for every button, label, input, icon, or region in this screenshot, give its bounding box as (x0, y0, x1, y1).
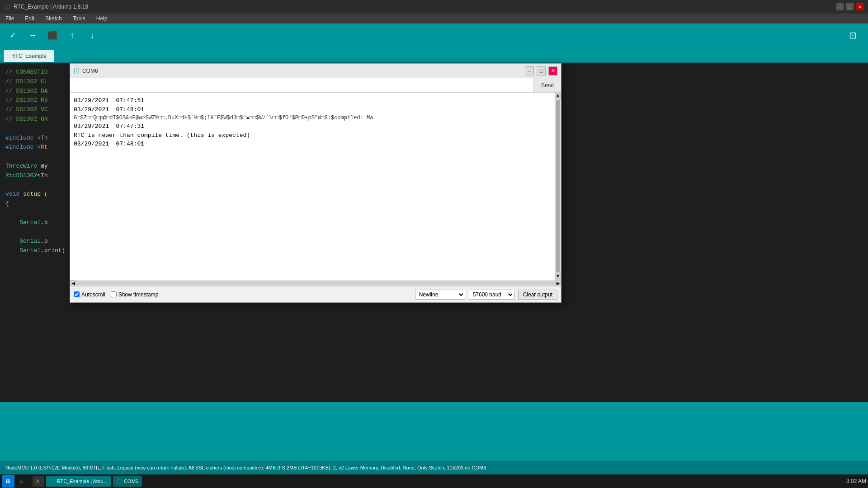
serial-monitor-button[interactable]: ⊡ (844, 27, 861, 43)
scroll-right-arrow[interactable]: ▶ (555, 280, 561, 286)
serial-bottom-controls: Autoscroll Show timestamp Newline No lin… (70, 286, 561, 302)
menu-tools[interactable]: Tools (71, 14, 87, 23)
serial-line: 03/29/2021 07:48:01 (74, 105, 557, 114)
taskbar-search[interactable]: ⌕ (16, 476, 31, 487)
clock-time: 8:02 AM (846, 478, 866, 484)
serial-line: 03/29/2021 07:48:01 (74, 140, 557, 149)
close-button[interactable]: ✕ (856, 3, 863, 10)
minimize-button[interactable]: ─ (836, 3, 844, 10)
tab-rtc-example[interactable]: RTC_Example (4, 50, 54, 62)
menu-bar: File Edit Sketch Tools Help (0, 14, 868, 23)
show-timestamp-checkbox-label[interactable]: Show timestamp (111, 291, 159, 298)
serial-output: 03/29/2021 07:47:51 03/29/2021 07:48:01 … (70, 93, 561, 280)
show-timestamp-label: Show timestamp (118, 291, 159, 298)
status-text: NodeMCU 1.0 (ESP-12E Module), 80 MHz, Fl… (5, 465, 486, 470)
baud-select[interactable]: 300 baud 1200 baud 2400 baud 4800 baud 9… (469, 290, 514, 300)
serial-close-button[interactable]: ✕ (548, 66, 557, 75)
menu-file[interactable]: File (4, 14, 16, 23)
taskbar-cortana[interactable]: Ai (33, 476, 44, 487)
com6-icon: ⊡ (117, 478, 122, 485)
new-button[interactable]: ↑ (63, 26, 81, 44)
serial-send-button[interactable]: Send (533, 78, 561, 92)
title-bar: ⬡ RTC_Example | Arduino 1.8.13 ─ □ ✕ (0, 0, 868, 14)
search-icon: ⌕ (20, 478, 23, 484)
clear-output-button[interactable]: Clear output (518, 290, 557, 300)
window-title: RTC_Example | Arduino 1.8.13 (14, 4, 88, 10)
serial-scrollbar-v[interactable]: ▲ ▼ (555, 93, 561, 280)
autoscroll-checkbox[interactable] (74, 291, 80, 297)
taskbar-com6[interactable]: ⊡ COM6 (113, 476, 142, 487)
taskbar-com6-label: COM6 (124, 479, 138, 484)
autoscroll-label: Autoscroll (81, 291, 105, 298)
toolbar: ✓ → ⬛ ↑ ↓ ⊡ (0, 23, 868, 47)
serial-maximize-button[interactable]: □ (537, 66, 546, 75)
newline-select[interactable]: Newline No line ending Carriage return B… (415, 290, 465, 300)
arduino-icon: ⬡ (50, 478, 55, 485)
maximize-button[interactable]: □ (846, 3, 854, 10)
taskbar: ⊞ ⌕ Ai ⬡ RTC_Example | Ardu... ⊡ COM6 8:… (0, 474, 868, 488)
taskbar-ai-label: Ai (36, 479, 41, 484)
bottom-teal-area (0, 402, 868, 461)
main-area: // CONNECTIO // DS1302 CL // DS1302 DA /… (0, 63, 868, 461)
upload-button[interactable]: → (24, 26, 42, 44)
scroll-up-arrow[interactable]: ▲ (555, 93, 561, 99)
scroll-down-arrow[interactable]: ▼ (555, 273, 561, 280)
app-icon: ⬡ (5, 3, 10, 10)
verify-button[interactable]: ✓ (4, 26, 22, 44)
start-button[interactable]: ⊞ (2, 475, 14, 488)
menu-edit[interactable]: Edit (23, 14, 36, 23)
serial-output-inner[interactable]: 03/29/2021 07:47:51 03/29/2021 07:48:01 … (74, 96, 557, 276)
serial-title-text: COM6 (82, 68, 522, 74)
serial-title-bar: ⊡ COM6 ─ □ ✕ (70, 64, 561, 78)
show-timestamp-checkbox[interactable] (111, 291, 117, 297)
status-bar: NodeMCU 1.0 (ESP-12E Module), 80 MHz, Fl… (0, 461, 868, 474)
taskbar-arduino[interactable]: ⬡ RTC_Example | Ardu... (46, 476, 111, 487)
autoscroll-checkbox-label[interactable]: Autoscroll (74, 291, 105, 298)
serial-minimize-button[interactable]: ─ (525, 66, 534, 75)
debug-button[interactable]: ⬛ (43, 26, 61, 44)
serial-line: 03/29/2021 07:47:51 (74, 96, 557, 105)
serial-monitor-window: ⊡ COM6 ─ □ ✕ Send 03/29/2021 07:47:51 03… (70, 63, 561, 303)
hscroll-track[interactable] (76, 281, 555, 286)
menu-help[interactable]: Help (94, 14, 109, 23)
taskbar-arduino-label: RTC_Example | Ardu... (57, 479, 108, 484)
scroll-left-arrow[interactable]: ◀ (70, 280, 76, 286)
serial-input[interactable] (70, 78, 533, 92)
taskbar-time: 8:02 AM (846, 478, 866, 484)
open-button[interactable]: ↓ (83, 26, 101, 44)
menu-sketch[interactable]: Sketch (43, 14, 64, 23)
serial-title-icon: ⊡ (74, 66, 80, 75)
serial-hscroll[interactable]: ◀ ▶ (70, 280, 561, 286)
serial-line-garbage: G□$Z□□Q□p@□dI$O$&kP@w>$WZ%□□,DuX□dH$`H□$… (74, 114, 557, 122)
serial-line: RTC is newer than compile time. (this is… (74, 131, 557, 140)
scroll-thumb[interactable] (556, 100, 560, 272)
serial-line: 03/29/2021 07:47:31 (74, 122, 557, 131)
serial-input-row: Send (70, 78, 561, 93)
tab-bar: RTC_Example (0, 47, 868, 63)
